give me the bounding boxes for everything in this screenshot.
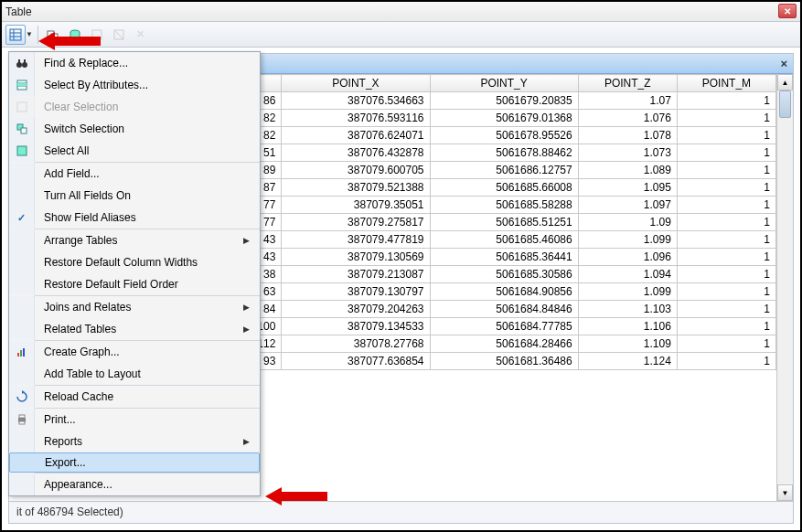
- cell-pm[interactable]: 1: [677, 179, 775, 197]
- close-tab-button[interactable]: ×: [780, 57, 787, 70]
- cell-pz[interactable]: 1.073: [578, 144, 677, 162]
- cell-pm[interactable]: 1: [677, 301, 775, 318]
- menu-item-reload-cache[interactable]: Reload Cache: [9, 386, 260, 408]
- cell-py[interactable]: 5061678.95526: [430, 127, 578, 144]
- col-header-pointz[interactable]: POINT_Z: [578, 75, 677, 92]
- cell-px[interactable]: 387079.130569: [282, 249, 430, 266]
- cell-px[interactable]: 387079.521388: [282, 179, 430, 197]
- cell-pz[interactable]: 1.09: [578, 214, 677, 231]
- cell-px[interactable]: 387078.27768: [282, 335, 430, 353]
- cell-py[interactable]: 5061684.28466: [430, 335, 578, 353]
- vertical-scrollbar[interactable]: ▲ ▼: [776, 74, 793, 501]
- cell-px[interactable]: 387079.600705: [282, 162, 430, 179]
- cell-pz[interactable]: 1.109: [578, 335, 677, 353]
- menu-item-reports[interactable]: Reports▶: [9, 431, 260, 452]
- cell-pm[interactable]: 1: [677, 197, 775, 214]
- menu-item-create-graph[interactable]: Create Graph...: [9, 341, 260, 363]
- cell-pz[interactable]: 1.07: [578, 92, 677, 110]
- cell-py[interactable]: 5061685.30586: [430, 266, 578, 283]
- cell-px[interactable]: 387079.130797: [282, 283, 430, 301]
- menu-item-joins-and-relates[interactable]: Joins and Relates▶: [9, 296, 260, 318]
- cell-py[interactable]: 5061685.36441: [430, 249, 578, 266]
- cell-pm[interactable]: 1: [677, 144, 775, 162]
- cell-pm[interactable]: 1: [677, 162, 775, 179]
- blank-icon: [10, 453, 36, 472]
- scroll-down-arrow[interactable]: ▼: [777, 484, 793, 501]
- cell-pz[interactable]: 1.103: [578, 301, 677, 318]
- cell-px[interactable]: 387076.624071: [282, 127, 430, 144]
- cell-pz[interactable]: 1.095: [578, 179, 677, 197]
- cell-pm[interactable]: 1: [677, 266, 775, 283]
- menu-item-restore-default-column-widths[interactable]: Restore Default Column Widths: [9, 251, 260, 273]
- cell-px[interactable]: 387079.35051: [282, 197, 430, 214]
- cell-pm[interactable]: 1: [677, 335, 775, 353]
- cell-py[interactable]: 5061684.84846: [430, 301, 578, 318]
- cell-pz[interactable]: 1.097: [578, 197, 677, 214]
- cell-pm[interactable]: 1: [677, 92, 775, 110]
- menu-item-related-tables[interactable]: Related Tables▶: [9, 318, 260, 340]
- menu-item-appearance[interactable]: Appearance...: [9, 473, 260, 495]
- cell-pm[interactable]: 1: [677, 214, 775, 231]
- cell-py[interactable]: 5061681.36486: [430, 353, 578, 370]
- col-header-pointx[interactable]: POINT_X: [282, 75, 430, 92]
- scroll-up-arrow[interactable]: ▲: [777, 74, 793, 90]
- cell-pz[interactable]: 1.096: [578, 249, 677, 266]
- menu-item-select-by-attributes[interactable]: Select By Attributes...: [9, 74, 260, 96]
- cell-pz[interactable]: 1.124: [578, 353, 677, 370]
- menu-item-show-field-aliases[interactable]: ✓Show Field Aliases: [9, 207, 260, 229]
- cell-px[interactable]: 387076.593116: [282, 110, 430, 127]
- cell-py[interactable]: 5061686.12757: [430, 162, 578, 179]
- menu-item-print[interactable]: Print...: [9, 409, 260, 431]
- status-bar: it of 486794 Selected): [9, 501, 793, 523]
- cell-py[interactable]: 5061685.58288: [430, 197, 578, 214]
- cell-px[interactable]: 387076.432878: [282, 144, 430, 162]
- col-header-pointy[interactable]: POINT_Y: [430, 75, 578, 92]
- cell-pz[interactable]: 1.099: [578, 283, 677, 301]
- cell-py[interactable]: 5061685.66008: [430, 179, 578, 197]
- cell-pm[interactable]: 1: [677, 283, 775, 301]
- menu-item-switch-selection[interactable]: Switch Selection: [9, 118, 260, 140]
- cell-px[interactable]: 387079.275817: [282, 214, 430, 231]
- cell-pz[interactable]: 1.078: [578, 127, 677, 144]
- select-by-attributes-button[interactable]: [65, 25, 85, 45]
- cell-pm[interactable]: 1: [677, 318, 775, 335]
- menu-item-add-field[interactable]: Add Field...: [9, 163, 260, 185]
- cell-py[interactable]: 5061678.88462: [430, 144, 578, 162]
- cell-px[interactable]: 387079.134533: [282, 318, 430, 335]
- cell-pm[interactable]: 1: [677, 353, 775, 370]
- menu-item-restore-default-field-order[interactable]: Restore Default Field Order: [9, 273, 260, 295]
- cell-pz[interactable]: 1.076: [578, 110, 677, 127]
- cell-px[interactable]: 387076.534663: [282, 92, 430, 110]
- cell-pz[interactable]: 1.089: [578, 162, 677, 179]
- cell-py[interactable]: 5061685.51251: [430, 214, 578, 231]
- cell-px[interactable]: 387077.636854: [282, 353, 430, 370]
- scroll-thumb[interactable]: [779, 90, 791, 118]
- cell-pm[interactable]: 1: [677, 231, 775, 249]
- cell-py[interactable]: 5061679.20835: [430, 92, 578, 110]
- table-options-dropdown-arrow[interactable]: ▼: [26, 30, 33, 38]
- cell-pz[interactable]: 1.099: [578, 231, 677, 249]
- cell-pm[interactable]: 1: [677, 249, 775, 266]
- menu-item-find-replace[interactable]: Find & Replace...: [9, 52, 260, 74]
- cell-pm[interactable]: 1: [677, 127, 775, 144]
- col-header-pointm[interactable]: POINT_M: [677, 75, 775, 92]
- table-options-button[interactable]: [5, 25, 26, 45]
- cell-py[interactable]: 5061684.90856: [430, 283, 578, 301]
- menu-item-turn-all-fields-on[interactable]: Turn All Fields On: [9, 185, 260, 207]
- cell-pz[interactable]: 1.094: [578, 266, 677, 283]
- menu-item-select-all[interactable]: Select All: [9, 140, 260, 162]
- cell-px[interactable]: 387079.477819: [282, 231, 430, 249]
- svg-rect-25: [23, 348, 25, 356]
- window-close-button[interactable]: ✕: [778, 4, 797, 18]
- related-tables-button[interactable]: [43, 25, 63, 45]
- cell-py[interactable]: 5061679.01368: [430, 110, 578, 127]
- menu-item-arrange-tables[interactable]: Arrange Tables▶: [9, 229, 260, 251]
- menu-item-export[interactable]: Export...: [9, 452, 260, 473]
- cell-pz[interactable]: 1.106: [578, 318, 677, 335]
- cell-pm[interactable]: 1: [677, 110, 775, 127]
- cell-px[interactable]: 387079.213087: [282, 266, 430, 283]
- cell-px[interactable]: 387079.204263: [282, 301, 430, 318]
- cell-py[interactable]: 5061685.46086: [430, 231, 578, 249]
- menu-item-add-table-to-layout[interactable]: Add Table to Layout: [9, 363, 260, 385]
- cell-py[interactable]: 5061684.77785: [430, 318, 578, 335]
